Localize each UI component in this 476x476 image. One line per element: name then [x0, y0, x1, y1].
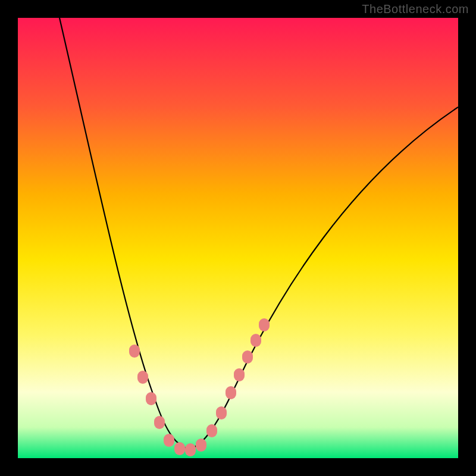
bottleneck-chart: [18, 18, 458, 458]
marker-point: [137, 371, 148, 384]
marker-point: [164, 434, 174, 447]
marker-point: [154, 416, 165, 429]
marker-point: [259, 318, 270, 331]
marker-point: [250, 334, 261, 347]
marker-point: [129, 345, 140, 358]
attribution-label: TheBottleneck.com: [362, 2, 469, 16]
marker-point: [234, 368, 245, 381]
marker-point: [146, 392, 156, 405]
marker-point: [206, 424, 217, 437]
plot-frame: TheBottleneck.com: [0, 0, 476, 476]
marker-point: [242, 350, 253, 364]
gradient-background: [18, 18, 458, 458]
marker-point: [174, 442, 185, 455]
marker-point: [216, 406, 227, 419]
marker-point: [196, 439, 206, 452]
marker-point: [226, 386, 236, 399]
marker-point: [185, 443, 196, 456]
